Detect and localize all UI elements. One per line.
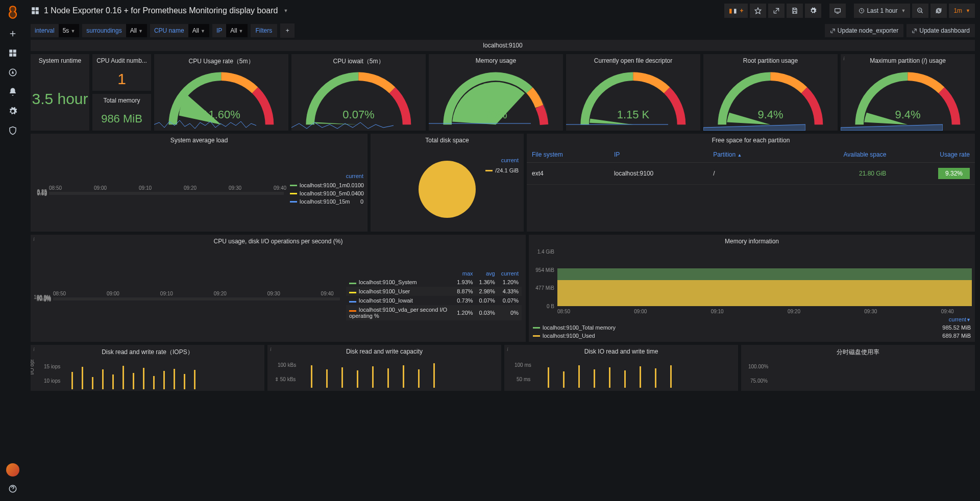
panel-cpu-usage[interactable]: CPU Usage rate（5m） 11.60% [154,54,288,131]
line-chart: 00.050.100.150.200.2508:5009:0009:1009:2… [31,188,286,191]
svg-rect-22 [133,373,134,389]
svg-rect-30 [326,369,328,388]
table-header[interactable]: IP [609,147,708,163]
panel-cpu-iowait[interactable]: CPU iowait（5m） 0.07% [291,54,426,131]
chart-legend: maxavgcurrentlocalhost:9100_System1.93%1… [342,266,526,323]
sparkline [841,118,943,131]
dashboard-grid-icon[interactable] [31,6,40,15]
time-range-button[interactable]: Last 1 hour▼ [854,4,910,18]
filter-interval[interactable]: interval5s▼ [31,24,79,37]
svg-rect-12 [835,9,841,12]
panel-title: CPU usage, disk I/O operations per secon… [31,235,526,248]
svg-rect-2 [9,54,12,57]
table-header[interactable]: File system [527,147,609,163]
sparkline [703,118,805,131]
shield-icon[interactable] [8,126,18,136]
filter-surroundings[interactable]: surroundingsAll▼ [82,24,147,37]
table-header[interactable]: Usage rate [891,147,975,163]
panel-cpu-audit[interactable]: CPU Audit numb... 1 [92,54,151,91]
user-avatar-icon[interactable] [6,463,19,477]
svg-rect-32 [357,370,358,388]
panel-title: Memory usage [429,54,563,67]
panel-memory-info[interactable]: Memory information 0 B477 MiB954 MiB1.4 … [529,235,975,342]
add-panel-button[interactable]: ▮▮+ [724,4,748,18]
settings-button[interactable] [805,4,821,18]
svg-rect-29 [311,365,312,388]
panel-open-fd[interactable]: Currently open file descriptor 1.15 K [566,54,700,131]
panel-disk-capacity[interactable]: i Disk read and write capacity 100 kBs ⇕… [267,345,501,391]
save-button[interactable] [787,4,803,18]
dashboard-icon[interactable] [8,48,18,58]
panel-memory-usage[interactable]: Memory usage 70% [429,54,563,131]
share-button[interactable] [768,4,785,18]
info-icon: i [507,346,508,352]
bar-chart [303,360,446,388]
sparkline [566,118,668,131]
filter-ip[interactable]: IPAll▼ [212,24,248,37]
panel-total-disk[interactable]: Total disk space current /24.1 GiB [371,134,524,232]
info-icon: i [33,346,35,352]
svg-rect-17 [82,367,83,389]
dashboard-title[interactable]: 1 Node Exporter 0.16 + for Prometheus Mo… [44,6,278,15]
bar-chart [540,360,683,388]
cycle-view-button[interactable] [829,4,846,18]
svg-rect-7 [32,7,35,10]
filters-button[interactable]: Filters [251,24,278,37]
panel-title: Maximum partition (/) usage [841,54,975,67]
chart-legend: current localhost:9100_1m0.0100localhost… [286,170,368,209]
grafana-logo-icon[interactable] [6,5,20,19]
panel-system-runtime[interactable]: System runtime 3.5 hour [31,54,89,131]
svg-rect-10 [36,11,39,14]
sidebar [0,0,26,501]
panel-title: Disk read and write rate（IOPS） [31,345,264,360]
explore-icon[interactable] [8,67,18,78]
panel-title: System average load [31,134,368,147]
info-icon: i [843,56,845,61]
stat-value: 986 MiB [101,113,142,124]
panel-title: Free space for each partition [527,134,975,147]
update-dashboard-link[interactable]: Update dashboard [906,24,975,37]
table-row[interactable]: ext4 localhost:9100 / 21.80 GiB 9.32% [527,163,975,185]
svg-rect-9 [32,11,35,14]
refresh-interval-button[interactable]: 1m▼ [949,4,975,18]
filter-cpu-name[interactable]: CPU nameAll▼ [150,24,209,37]
svg-rect-39 [563,371,565,388]
svg-rect-40 [578,365,580,388]
refresh-button[interactable] [930,4,947,18]
stat-value: 1 [117,71,126,87]
svg-rect-45 [655,368,656,388]
help-icon[interactable] [8,484,18,494]
panel-disk-io-time[interactable]: i Disk IO read and write time 100 ms 50 … [504,345,738,391]
panel-max-partition[interactable]: i Maximum partition (/) usage 9.4% [841,54,975,131]
chevron-down-icon[interactable]: ▼ [283,8,288,13]
line-chart: 0%20.0%40.0%60.0%80.0%100.0%08:5009:0009… [31,293,342,296]
add-filter-button[interactable]: + [280,23,295,38]
panel-disk-iops[interactable]: i Disk read and write rate（IOPS） I/O ops… [31,345,264,391]
stat-value: 3.5 hour [32,91,88,107]
bell-icon[interactable] [8,87,18,97]
update-node-exporter-link[interactable]: Update node_exporter [825,24,903,37]
panel-root-partition[interactable]: Root partition usage 9.4% [703,54,838,131]
star-button[interactable] [750,4,766,18]
panel-title: CPU Audit numb... [92,54,151,67]
panel-avg-load[interactable]: System average load 00.050.100.150.200.2… [31,134,368,232]
panel-title: Disk IO read and write time [504,345,738,358]
panel-title: System runtime [31,54,89,67]
table-header[interactable]: Partition ▲ [708,147,786,163]
sparkline [154,118,256,131]
plus-icon[interactable] [8,29,18,39]
panel-cpu-disk-io[interactable]: i CPU usage, disk I/O operations per sec… [31,235,526,342]
panel-title: CPU iowait（5m） [291,54,426,69]
svg-rect-43 [624,370,626,388]
svg-rect-24 [153,376,155,389]
topbar: 1 Node Exporter 0.16 + for Prometheus Mo… [26,0,980,21]
panel-total-memory[interactable]: Total memory 986 MiB [92,94,151,131]
panel-disk-usage-cn[interactable]: 分时磁盘使用率 100.00% 75.00% [741,345,975,391]
panel-free-space[interactable]: Free space for each partition File syste… [527,134,975,232]
gear-icon[interactable] [8,106,18,116]
zoom-out-button[interactable] [912,4,928,18]
table-header[interactable]: Available space [786,147,891,163]
panel-title: CPU Usage rate（5m） [154,54,288,69]
row-header[interactable]: localhost:9100 [31,40,975,51]
sparkline [429,118,531,131]
